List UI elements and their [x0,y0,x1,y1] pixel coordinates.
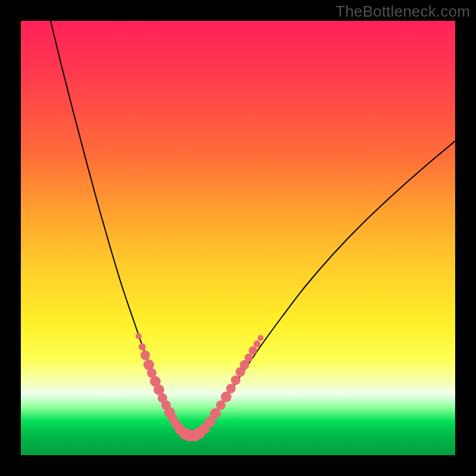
highlight-dot [210,408,221,419]
highlight-dot [258,335,264,341]
highlight-dot [231,375,240,385]
highlight-dots [136,333,264,441]
highlight-dot [253,340,261,347]
highlight-dot [216,400,226,410]
plot-area [21,21,455,455]
watermark-label: TheBottleneck.com [336,2,470,21]
highlight-dot [139,343,146,350]
highlight-dot [140,350,150,360]
highlight-dot [245,353,253,362]
highlight-dot [136,333,142,339]
highlight-dot [249,346,257,355]
highlight-dot [226,384,236,393]
bottleneck-curve [51,21,455,436]
curve-layer [21,21,455,455]
chart-frame: TheBottleneck.com [0,0,476,476]
